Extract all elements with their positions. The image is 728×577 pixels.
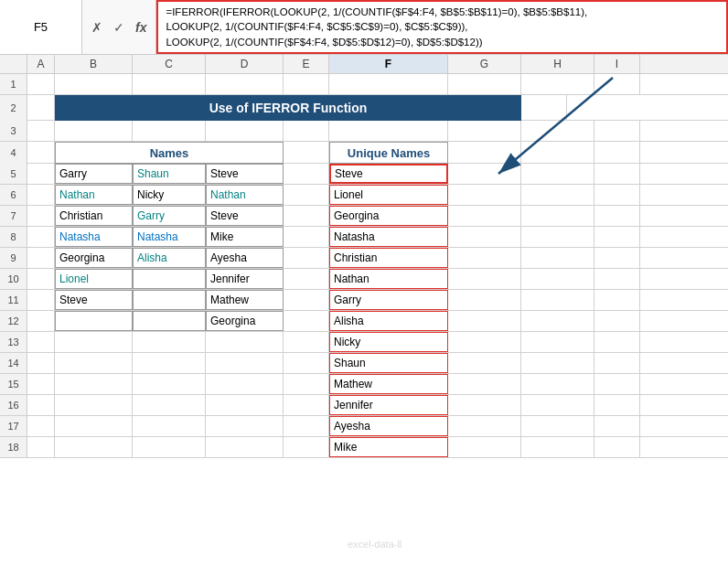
cell-c16[interactable] <box>133 395 206 415</box>
cell-h6[interactable] <box>521 185 594 205</box>
cell-h16[interactable] <box>521 395 594 415</box>
cell-g14[interactable] <box>448 353 521 373</box>
cell-g13[interactable] <box>448 332 521 352</box>
cell-a10[interactable] <box>27 269 55 289</box>
cell-d9[interactable]: Ayesha <box>206 248 284 268</box>
cell-e3[interactable] <box>284 121 329 141</box>
cell-h18[interactable] <box>521 437 594 457</box>
cell-e14[interactable] <box>284 353 329 373</box>
cell-a8[interactable] <box>27 227 55 247</box>
cell-f10[interactable]: Nathan <box>329 269 448 289</box>
cell-c6[interactable]: Nicky <box>133 185 206 205</box>
cell-i12[interactable] <box>594 311 640 331</box>
cell-d7[interactable]: Steve <box>206 206 284 226</box>
row-num-11[interactable]: 11 <box>0 290 27 310</box>
cell-d10[interactable]: Jennifer <box>206 269 284 289</box>
cell-h1[interactable] <box>521 74 594 94</box>
cell-h9[interactable] <box>521 248 594 268</box>
row-num-13[interactable]: 13 <box>0 332 27 352</box>
cell-f7[interactable]: Georgina <box>329 206 448 226</box>
cell-b7[interactable]: Christian <box>55 206 133 226</box>
row-num-10[interactable]: 10 <box>0 269 27 289</box>
cell-h5[interactable] <box>521 164 594 184</box>
cell-e9[interactable] <box>284 248 329 268</box>
cell-i15[interactable] <box>594 374 640 394</box>
col-header-d[interactable]: D <box>206 55 284 73</box>
cell-h13[interactable] <box>521 332 594 352</box>
cell-f11[interactable]: Garry <box>329 290 448 310</box>
cell-c14[interactable] <box>133 353 206 373</box>
cell-g11[interactable] <box>448 290 521 310</box>
cell-i1[interactable] <box>594 74 640 94</box>
cell-g12[interactable] <box>448 311 521 331</box>
cell-g9[interactable] <box>448 248 521 268</box>
cell-b5[interactable]: Garry <box>55 164 133 184</box>
cell-e4[interactable] <box>284 142 329 164</box>
cell-b15[interactable] <box>55 374 133 394</box>
cell-c9[interactable]: Alisha <box>133 248 206 268</box>
cell-h7[interactable] <box>521 206 594 226</box>
cell-h11[interactable] <box>521 290 594 310</box>
cell-b1[interactable] <box>55 74 133 94</box>
cell-c13[interactable] <box>133 332 206 352</box>
row-num-7[interactable]: 7 <box>0 206 27 226</box>
cell-a9[interactable] <box>27 248 55 268</box>
cell-a11[interactable] <box>27 290 55 310</box>
row-num-3[interactable]: 3 <box>0 121 27 141</box>
cell-i10[interactable] <box>594 269 640 289</box>
cell-e13[interactable] <box>284 332 329 352</box>
cell-b8[interactable]: Natasha <box>55 227 133 247</box>
row-num-4[interactable]: 4 <box>0 142 27 164</box>
cell-b17[interactable] <box>55 416 133 436</box>
cell-a14[interactable] <box>27 353 55 373</box>
cell-g1[interactable] <box>448 74 521 94</box>
cell-a7[interactable] <box>27 206 55 226</box>
cell-d18[interactable] <box>206 437 284 457</box>
col-header-i[interactable]: I <box>594 55 640 73</box>
cell-a16[interactable] <box>27 395 55 415</box>
cell-h12[interactable] <box>521 311 594 331</box>
cell-e7[interactable] <box>284 206 329 226</box>
cell-c3[interactable] <box>133 121 206 141</box>
cell-g3[interactable] <box>448 121 521 141</box>
cell-f9[interactable]: Christian <box>329 248 448 268</box>
cell-f8[interactable]: Natasha <box>329 227 448 247</box>
row-num-2[interactable]: 2 <box>0 95 27 121</box>
cell-c10[interactable] <box>133 269 206 289</box>
cell-a15[interactable] <box>27 374 55 394</box>
row-num-14[interactable]: 14 <box>0 353 27 373</box>
cell-f1[interactable] <box>329 74 448 94</box>
cell-b16[interactable] <box>55 395 133 415</box>
cell-h8[interactable] <box>521 227 594 247</box>
cell-e1[interactable] <box>284 74 329 94</box>
cell-f12[interactable]: Alisha <box>329 311 448 331</box>
cell-a13[interactable] <box>27 332 55 352</box>
cell-a12[interactable] <box>27 311 55 331</box>
cell-i4[interactable] <box>594 142 640 164</box>
cell-c5[interactable]: Shaun <box>133 164 206 184</box>
col-header-b[interactable]: B <box>55 55 133 73</box>
cell-a1[interactable] <box>27 74 55 94</box>
cell-d5[interactable]: Steve <box>206 164 284 184</box>
row-num-6[interactable]: 6 <box>0 185 27 205</box>
row-num-12[interactable]: 12 <box>0 311 27 331</box>
cell-i6[interactable] <box>594 185 640 205</box>
cell-i3[interactable] <box>594 121 640 141</box>
cell-i17[interactable] <box>594 416 640 436</box>
cell-h4[interactable] <box>521 142 594 164</box>
cell-c11[interactable] <box>133 290 206 310</box>
cell-a3[interactable] <box>27 121 55 141</box>
cell-h3[interactable] <box>521 121 594 141</box>
cell-h17[interactable] <box>521 416 594 436</box>
cell-h15[interactable] <box>521 374 594 394</box>
cell-a4[interactable] <box>27 142 55 164</box>
cell-g17[interactable] <box>448 416 521 436</box>
cell-e6[interactable] <box>284 185 329 205</box>
cell-i14[interactable] <box>594 353 640 373</box>
row-num-1[interactable]: 1 <box>0 74 27 94</box>
cell-f14[interactable]: Shaun <box>329 353 448 373</box>
cell-b6[interactable]: Nathan <box>55 185 133 205</box>
cell-g18[interactable] <box>448 437 521 457</box>
cell-i18[interactable] <box>594 437 640 457</box>
row-num-5[interactable]: 5 <box>0 164 27 184</box>
